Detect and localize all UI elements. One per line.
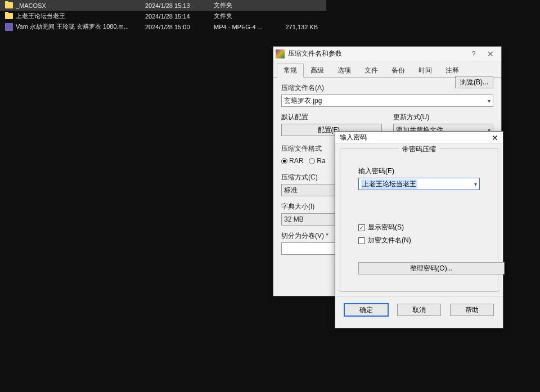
file-row[interactable]: 上老王论坛当老王 2024/1/28 15:14 文件夹 bbox=[0, 11, 326, 21]
pwd-dialog-title: 输入密码 bbox=[340, 133, 492, 142]
help-button[interactable]: ? bbox=[465, 49, 482, 58]
dialog-titlebar[interactable]: 压缩文件名和参数 ? ✕ bbox=[273, 47, 501, 61]
tab-general[interactable]: 常规 bbox=[277, 64, 304, 78]
file-list: _MACOSX 2024/1/28 15:13 文件夹 上老王论坛当老王 202… bbox=[0, 0, 326, 32]
format-rar-radio[interactable]: RAR bbox=[281, 157, 303, 165]
close-button[interactable]: ✕ bbox=[482, 49, 499, 58]
encrypt-names-label: 加密文件名(N) bbox=[368, 236, 411, 245]
file-name: Vam 永劫无间 王玲珑 玄蟮罗衣 1080.m... bbox=[16, 22, 145, 31]
file-row[interactable]: _MACOSX 2024/1/28 15:13 文件夹 bbox=[0, 0, 326, 11]
dialog-title: 压缩文件名和参数 bbox=[288, 49, 465, 58]
tab-comment[interactable]: 注释 bbox=[439, 64, 466, 77]
default-config-label: 默认配置 bbox=[281, 112, 382, 122]
pwd-close-button[interactable]: ✕ bbox=[492, 133, 498, 142]
ok-button[interactable]: 确定 bbox=[344, 304, 388, 316]
file-name: _MACOSX bbox=[16, 2, 145, 9]
checkbox-icon bbox=[358, 237, 365, 244]
rar-logo-icon bbox=[276, 49, 285, 58]
checkbox-icon bbox=[358, 224, 365, 231]
file-date: 2024/1/28 15:00 bbox=[145, 24, 214, 30]
archive-name-input[interactable]: 玄蟮罗衣.jpg bbox=[281, 94, 493, 107]
video-icon bbox=[4, 22, 14, 31]
tab-advanced[interactable]: 高级 bbox=[304, 64, 331, 77]
tab-backup[interactable]: 备份 bbox=[385, 64, 412, 77]
file-size: 271,132 KB bbox=[273, 24, 318, 30]
show-password-checkbox[interactable]: 显示密码(S) bbox=[358, 223, 480, 232]
file-type: 文件夹 bbox=[214, 12, 273, 20]
show-pwd-label: 显示密码(S) bbox=[368, 223, 404, 232]
help-button[interactable]: 帮助 bbox=[450, 304, 494, 316]
pwd-group: 带密码压缩 输入密码(E) 上老王论坛当老王 显示密码(S) 加密文件名(N) … bbox=[340, 148, 498, 292]
pwd-group-title: 带密码压缩 bbox=[399, 145, 439, 154]
cancel-button[interactable]: 取消 bbox=[397, 304, 441, 316]
browse-button[interactable]: 浏览(B)... bbox=[455, 76, 493, 88]
tab-files[interactable]: 文件 bbox=[358, 64, 385, 77]
format-rar4-radio[interactable]: Ra bbox=[309, 157, 325, 165]
file-type: 文件夹 bbox=[214, 1, 273, 10]
file-type: MP4 - MPEG-4 ... bbox=[214, 24, 273, 30]
tab-options[interactable]: 选项 bbox=[331, 64, 358, 77]
enter-pwd-label: 输入密码(E) bbox=[358, 166, 480, 176]
password-dialog: 输入密码 ✕ 带密码压缩 输入密码(E) 上老王论坛当老王 显示密码(S) 加密… bbox=[335, 131, 503, 328]
folder-icon bbox=[4, 12, 14, 21]
password-input[interactable]: 上老王论坛当老王 bbox=[358, 178, 480, 190]
encrypt-names-checkbox[interactable]: 加密文件名(N) bbox=[358, 236, 480, 245]
tabs: 常规 高级 选项 文件 备份 时间 注释 bbox=[273, 61, 501, 78]
folder-icon bbox=[4, 1, 14, 10]
file-row[interactable]: Vam 永劫无间 王玲珑 玄蟮罗衣 1080.m... 2024/1/28 15… bbox=[0, 21, 326, 32]
update-mode-label: 更新方式(U) bbox=[393, 112, 494, 122]
tab-time[interactable]: 时间 bbox=[412, 64, 439, 77]
manage-passwords-button[interactable]: 整理密码(O)... bbox=[358, 262, 505, 274]
pwd-button-row: 确定 取消 帮助 bbox=[335, 296, 503, 323]
pwd-titlebar[interactable]: 输入密码 ✕ bbox=[335, 132, 503, 144]
file-date: 2024/1/28 15:14 bbox=[145, 13, 214, 20]
file-date: 2024/1/28 15:13 bbox=[145, 2, 214, 9]
file-name: 上老王论坛当老王 bbox=[16, 12, 145, 20]
